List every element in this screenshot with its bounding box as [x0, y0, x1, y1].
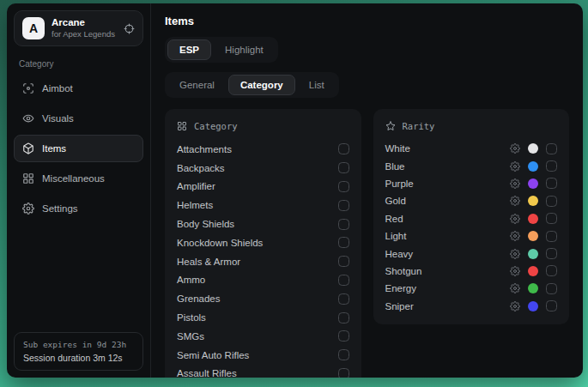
sidebar-section-label: Category [19, 59, 138, 69]
category-item-checkbox[interactable] [338, 275, 349, 286]
rarity-item-checkbox[interactable] [546, 300, 557, 311]
gear-icon[interactable] [510, 231, 520, 241]
crosshair-icon [22, 82, 34, 94]
view-tab-group: GeneralCategoryList [165, 72, 339, 98]
color-swatch[interactable] [528, 266, 538, 276]
color-swatch[interactable] [528, 301, 538, 311]
tab-highlight[interactable]: Highlight [213, 39, 276, 60]
category-item-checkbox[interactable] [338, 349, 349, 360]
tab-list[interactable]: List [297, 75, 336, 95]
rarity-row-blue: Blue [385, 157, 558, 174]
gear-icon[interactable] [510, 161, 520, 172]
rarity-row-controls [510, 300, 557, 311]
rarity-row-controls [510, 213, 557, 224]
rarity-item-checkbox[interactable] [546, 178, 557, 189]
gear-icon[interactable] [510, 249, 520, 259]
tab-category[interactable]: Category [228, 75, 295, 95]
tab-general[interactable]: General [167, 75, 227, 95]
rarity-item-checkbox[interactable] [546, 231, 557, 242]
star-icon [385, 121, 396, 131]
sidebar-item-label: Settings [42, 203, 78, 214]
category-panel: Category AttachmentsBackpacksAmplifierHe… [165, 109, 361, 378]
category-item-label: SMGs [177, 331, 204, 342]
category-item-label: Attachments [177, 144, 232, 154]
sidebar-item-label: Aimbot [42, 83, 73, 94]
category-item-checkbox[interactable] [338, 143, 349, 154]
app-name: Arcane [52, 17, 115, 28]
tab-esp[interactable]: ESP [167, 39, 211, 60]
rarity-item-checkbox[interactable] [546, 213, 557, 224]
rarity-item-label: Shotgun [385, 266, 422, 276]
category-row-amplifier: Amplifier [177, 178, 349, 197]
category-item-label: Amplifier [177, 181, 215, 191]
rarity-row-energy: Energy [385, 280, 558, 297]
category-item-label: Body Shields [177, 219, 234, 229]
view-tab-row: GeneralCategoryList [165, 72, 569, 98]
gear-icon[interactable] [510, 214, 520, 224]
rarity-row-controls [510, 265, 557, 276]
category-item-checkbox[interactable] [338, 162, 349, 173]
gear-icon[interactable] [510, 283, 520, 293]
sidebar-item-label: Items [42, 143, 66, 154]
category-item-checkbox[interactable] [338, 293, 349, 305]
gear-icon[interactable] [510, 266, 520, 276]
category-item-checkbox[interactable] [338, 368, 349, 378]
gear-icon[interactable] [510, 143, 520, 154]
category-item-checkbox[interactable] [338, 312, 349, 324]
rarity-item-label: Energy [385, 283, 416, 293]
rarity-item-checkbox[interactable] [546, 143, 557, 154]
rarity-row-controls [510, 231, 557, 242]
sidebar-item-settings[interactable]: Settings [14, 195, 143, 222]
color-swatch[interactable] [528, 196, 538, 206]
crosshair-target-icon[interactable] [124, 23, 135, 34]
gear-icon[interactable] [510, 301, 520, 311]
sidebar-item-aimbot[interactable]: Aimbot [14, 75, 143, 102]
rarity-item-label: Light [385, 231, 407, 241]
rarity-item-checkbox[interactable] [546, 248, 557, 259]
gear-icon[interactable] [510, 178, 520, 189]
session-duration-text: Session duration 3m 12s [23, 353, 134, 363]
color-swatch[interactable] [528, 283, 538, 293]
main-content: Items ESPHighlight GeneralCategoryList C… [151, 3, 583, 378]
color-swatch[interactable] [528, 249, 538, 259]
sidebar-item-items[interactable]: Items [14, 135, 143, 162]
sidebar-item-miscellaneous[interactable]: Miscellaneous [14, 165, 143, 192]
sidebar-nav: AimbotVisualsItemsMiscellaneousSettings [14, 75, 143, 225]
rarity-panel-title: Rarity [403, 121, 435, 131]
category-item-checkbox[interactable] [338, 330, 349, 342]
sidebar-item-label: Visuals [42, 113, 74, 124]
color-swatch[interactable] [528, 214, 538, 224]
category-item-label: Heals & Armor [177, 257, 240, 267]
eye-icon [22, 112, 34, 124]
rarity-item-label: Purple [385, 178, 414, 189]
sidebar-item-visuals[interactable]: Visuals [14, 105, 143, 132]
color-swatch[interactable] [528, 231, 538, 241]
grid-small-icon [177, 121, 187, 131]
rarity-row-controls [510, 178, 557, 189]
gear-icon[interactable] [510, 196, 520, 206]
panels-row: Category AttachmentsBackpacksAmplifierHe… [165, 109, 569, 378]
rarity-row-purple: Purple [385, 175, 558, 192]
category-item-checkbox[interactable] [338, 219, 349, 230]
rarity-item-label: White [385, 143, 410, 154]
category-item-label: Helmets [177, 200, 213, 210]
color-swatch[interactable] [528, 143, 538, 154]
category-item-checkbox[interactable] [338, 181, 349, 192]
color-swatch[interactable] [528, 178, 538, 189]
category-item-checkbox[interactable] [338, 237, 349, 248]
rarity-panel-header: Rarity [385, 121, 558, 131]
category-row-assault-rifles: Assault Rifles [177, 365, 349, 378]
rarity-item-checkbox[interactable] [546, 160, 557, 172]
rarity-item-checkbox[interactable] [546, 196, 557, 207]
color-swatch[interactable] [528, 161, 538, 172]
subscription-info-box: Sub expires in 9d 23h Session duration 3… [14, 332, 143, 371]
category-item-checkbox[interactable] [338, 200, 349, 211]
rarity-row-light: Light [385, 227, 558, 245]
category-item-checkbox[interactable] [338, 256, 349, 267]
category-item-label: Backpacks [177, 163, 225, 173]
rarity-row-heavy: Heavy [385, 245, 558, 262]
category-row-knockdown-shields: Knockdown Shields [177, 233, 349, 252]
rarity-item-label: Gold [385, 196, 406, 206]
rarity-item-checkbox[interactable] [546, 265, 557, 276]
rarity-item-checkbox[interactable] [546, 283, 557, 294]
